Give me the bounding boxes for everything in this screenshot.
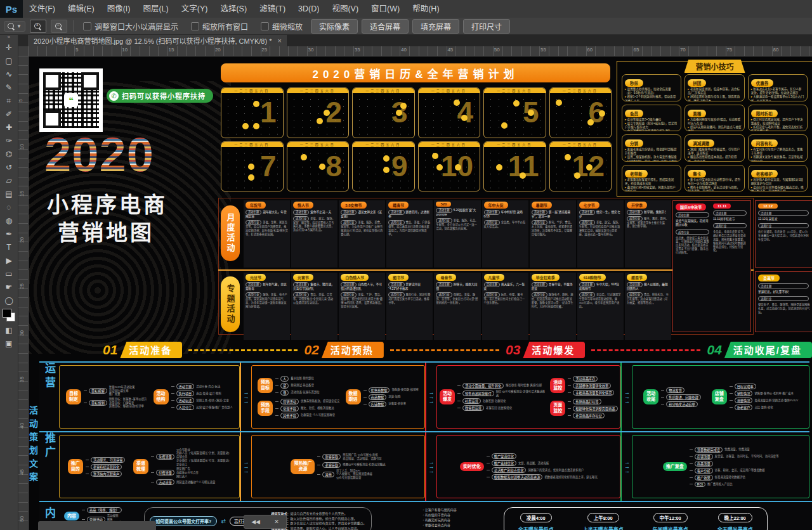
rewind-icon[interactable]: ◀◀ <box>251 519 260 525</box>
wechat-badge-icon: ✆ <box>109 91 119 101</box>
tip-card-label: 集卡 <box>688 170 706 178</box>
lasso-tool[interactable]: ∿ <box>1 67 16 81</box>
zoom-in-button[interactable]: + <box>30 20 46 33</box>
branch-note: 用裂变活动撬动个人号增长流量 <box>176 481 215 484</box>
history-brush-tool[interactable]: ↺ <box>1 160 16 174</box>
branch-note: 其他目标：爆款/杂款/好评率 <box>109 404 147 408</box>
tip-line: ▸ 邀请排行榜+阶梯奖励，刺激头部用户持续分享 <box>625 186 678 191</box>
tip-line: ▸ 满减门槛按客单价阶梯设置，引导用户凑单、连带购买 <box>688 148 741 155</box>
tip-card-label: 分销 <box>625 139 643 147</box>
menu-item-8[interactable]: 3D(D) <box>292 0 325 18</box>
checkbox-icon[interactable] <box>191 22 199 30</box>
poster-year: 2020 <box>44 131 154 179</box>
eraser-tool[interactable]: ▱ <box>1 174 16 187</box>
branch-note: 商品链接、活动链接、话题引导 <box>343 457 381 461</box>
brush-tool[interactable]: ✑ <box>1 134 16 147</box>
document-tab[interactable]: 2020小程序电商营销地图.jpg @ 12.5% (扫码可以获得小程序扶持, … <box>28 34 288 46</box>
foreground-color-swatch[interactable] <box>3 309 11 318</box>
marquee-tool[interactable]: ▢ <box>1 54 16 67</box>
option-checkbox-1[interactable]: 调整窗口大小以满屏显示 <box>83 21 178 32</box>
flow-arrows: →→→ <box>620 363 632 431</box>
mindmap-branches: 活动曝光，引流获客老客持续运营转化激活站内沉默客户 <box>86 457 126 477</box>
menu-item-6[interactable]: 选择(S) <box>214 0 253 18</box>
option-button-3[interactable]: 填充屏幕 <box>412 19 459 34</box>
color-swatches[interactable] <box>3 309 15 321</box>
menu-item-2[interactable]: 编辑(E) <box>62 0 101 18</box>
crop-tool[interactable]: ⌗ <box>1 94 16 107</box>
branch-notes: 老客召回·高复购转化 <box>486 406 512 410</box>
menu-item-11[interactable]: 帮助(H) <box>406 0 445 18</box>
branch-note: 领券数·使用数·核销率 <box>391 388 418 392</box>
activity-industry: 适用行业服饰电子、数码、旅拍、纪念品等用户可推出活动狂欢套餐，致敬文案可以是：“… <box>532 292 574 308</box>
menu-item-1[interactable]: 文件(F) <box>23 0 62 18</box>
type-tool[interactable]: T <box>1 240 16 254</box>
move-tool[interactable]: ✛ <box>1 41 16 54</box>
branch-label: 活动流量 <box>156 479 174 485</box>
branch-label: 目标完成率 <box>735 384 756 389</box>
branch-label: 活动商品库存 <box>573 376 598 382</box>
activity-card: 3.8女神节活动主题遇见女神之美（宠爱她）适用行业美妆、服饰、美食、家居等，为女… <box>339 200 385 268</box>
branch-notes: 用裂变活动撬动个人号增长流量 <box>176 481 215 484</box>
mindmap-branch: 商品流量 <box>690 461 779 467</box>
branch-label: 推广素材优化 <box>492 460 516 466</box>
mindmap-branch: 其他手段社群裂变·个人号朋友圈种草 <box>275 413 339 418</box>
branch-label: 销售情况 <box>735 391 753 396</box>
theme-tag: 活动主题 <box>627 282 643 287</box>
industry-tag: 适用行业 <box>627 292 643 297</box>
branch-note: 推广费用投入产出比 <box>707 482 733 486</box>
menu-item-10[interactable]: 窗口(W) <box>365 0 406 18</box>
mini-control-bar[interactable]: ◀◀ ✕ <box>244 515 287 529</box>
path-selection-tool[interactable]: ▶ <box>1 254 16 267</box>
checkbox-icon[interactable] <box>83 22 91 30</box>
screen-mode-icon[interactable]: ▣ <box>1 337 16 350</box>
branch-notes: 蓄水拉新·预约到位 <box>291 377 314 380</box>
option-checkbox-3[interactable]: 细微缩放 <box>261 21 303 32</box>
option-button-4[interactable]: 打印尺寸 <box>463 19 510 34</box>
question-pill: 如何提高公众号图文打开率? <box>150 516 217 526</box>
branch-label: ROI <box>695 482 705 487</box>
gradient-tool[interactable]: ▤ <box>1 187 16 200</box>
document-canvas[interactable]: ❝ ✆ 扫码可以获得小程序扶持 2020 小程序电商 营销地图 2020营销日历… <box>28 56 812 530</box>
tip-card-7: 分销▸ 发展老客成为分销员，佣金即时到账提升积极性▸ 设置二级奖励机制，放大裂变… <box>622 134 681 162</box>
ruler-tick: 60 <box>587 47 593 53</box>
menu-item-9[interactable]: 视图(V) <box>325 0 365 18</box>
branch-label: 老客持续运营转化 <box>91 464 122 470</box>
schedule-slot-4: 晚上22:00全天曝光最高点 <box>717 513 753 530</box>
activity-industry: 适用行业食品、美妆、百货等，可借势推出“全民闹元宵”活动以及猜灯谜互动玩法。 <box>293 292 336 304</box>
branch-label: 新客获取 <box>322 454 341 460</box>
zoom-tool[interactable]: ◯ <box>1 294 16 307</box>
zoom-tool-chip[interactable]: ▼ <box>4 21 25 32</box>
pen-tool[interactable]: ✒ <box>1 227 16 240</box>
branch-note: 预热测试·热品备货 <box>291 384 314 387</box>
dodge-tool[interactable]: ◍ <box>1 214 16 227</box>
option-checkbox-2[interactable]: 缩放所有窗口 <box>191 21 248 32</box>
checkbox-icon[interactable] <box>261 22 269 30</box>
mindmap-stack: 预热 目标人蓄水拉新·预约到位货预热测试·热品备货场活动页面·氛围布置到位预热 … <box>258 376 339 418</box>
healing-brush-tool[interactable]: ✚ <box>1 120 16 134</box>
menu-item-5[interactable]: 文字(Y) <box>175 0 214 18</box>
option-button-1[interactable]: 实际像素 <box>311 19 358 34</box>
menu-item-4[interactable]: 图层(L) <box>136 0 174 18</box>
stage-label: 活动爆发 <box>523 342 585 358</box>
close-icon[interactable]: ✕ <box>274 519 279 525</box>
zoom-out-button[interactable]: − <box>51 20 67 33</box>
clone-stamp-tool[interactable]: ⌬ <box>1 147 16 160</box>
eyedropper-tool[interactable]: ✐ <box>1 107 16 120</box>
menu-item-3[interactable]: 图像(I) <box>101 0 137 18</box>
activity-theme: 活动主题迎年献大礼，年货囤起来 <box>246 210 288 219</box>
hand-tool[interactable]: ☛ <box>1 280 16 294</box>
option-button-2[interactable]: 适合屏幕 <box>362 19 409 34</box>
industry-tag: 适用行业 <box>388 220 404 225</box>
menu-item-7[interactable]: 滤镜(T) <box>253 0 292 18</box>
branch-note: 运营/设计/客服/推广 责任到人 <box>196 406 233 410</box>
collapse-panel-icon[interactable]: » <box>8 34 10 41</box>
activity-theme: 活动主题踏青四月，过清新季 <box>388 210 431 219</box>
quick-mask-icon[interactable]: ◧ <box>1 323 16 337</box>
activity-card-title: 白色情人节 <box>341 274 369 281</box>
card-title: 12.12 <box>758 204 778 209</box>
quick-selection-tool[interactable]: ✎ <box>1 81 16 94</box>
shape-tool[interactable]: ▭ <box>1 267 16 280</box>
close-icon[interactable]: × <box>277 37 281 44</box>
branch-label: 店铺流量 <box>695 454 713 460</box>
blur-tool[interactable]: ◌ <box>1 200 16 214</box>
